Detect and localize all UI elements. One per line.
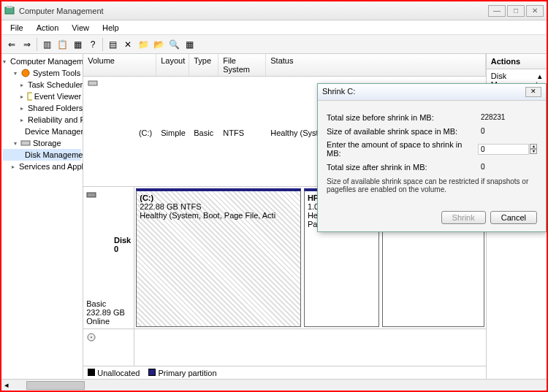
toolbar-divider: [102, 38, 103, 51]
spin-down-button[interactable]: ▾: [530, 149, 537, 154]
tree-root[interactable]: Computer Management (Local: [10, 57, 83, 66]
view-button[interactable]: 🔍: [167, 37, 181, 52]
help-button[interactable]: ?: [85, 37, 100, 52]
show-hide-button[interactable]: ▦: [70, 37, 85, 52]
dialog-title: Shrink C:: [322, 87, 355, 97]
svg-rect-16: [88, 81, 97, 85]
up-button[interactable]: ▥: [39, 37, 54, 52]
svg-rect-19: [87, 193, 96, 197]
shrink-dialog: Shrink C: ✕ Total size before shrink in …: [317, 83, 547, 232]
back-button[interactable]: ⇐: [4, 37, 19, 52]
legend: Unallocated Primary partition: [83, 366, 486, 379]
available-value: 0: [479, 126, 537, 136]
properties-button[interactable]: 📋: [55, 37, 69, 52]
drive-icon: [88, 78, 137, 188]
tree-services[interactable]: Services and Applications: [19, 162, 83, 171]
spin-up-button[interactable]: ▴: [530, 144, 537, 149]
shrink-amount-input[interactable]: [478, 144, 529, 155]
close-button[interactable]: ✕: [526, 5, 544, 17]
tree-event-viewer[interactable]: Event Viewer: [34, 92, 82, 101]
settings-button[interactable]: ▤: [105, 37, 120, 52]
disk-icon: [86, 190, 112, 299]
forward-button[interactable]: ⇒: [20, 37, 34, 52]
svg-point-3: [22, 69, 29, 77]
tree-system-tools[interactable]: System Tools: [33, 69, 80, 77]
toolbar: ⇐ ⇒ ▥ 📋 ▦ ? ▤ ✕ 📁 📂 🔍 ▦: [1, 35, 547, 54]
tree-storage[interactable]: Storage: [33, 139, 61, 147]
actions-header: Actions: [487, 54, 547, 69]
event-icon: [26, 91, 32, 101]
refresh-button[interactable]: 📁: [136, 37, 151, 52]
total-after-label: Total size after shrink in MB:: [327, 163, 479, 172]
svg-rect-1: [7, 6, 12, 8]
svg-point-21: [91, 337, 92, 338]
tree-shared-folders[interactable]: Shared Folders: [28, 104, 83, 112]
tree-reliability[interactable]: Reliability and Performa: [28, 115, 83, 124]
minimize-button[interactable]: —: [488, 5, 506, 17]
cancel-button[interactable]: Cancel: [490, 211, 537, 224]
total-after-value: 0: [479, 162, 537, 172]
storage-icon: [20, 138, 31, 148]
primary-swatch: [148, 369, 156, 376]
svg-rect-5: [28, 93, 32, 100]
total-before-label: Total size before shrink in MB:: [327, 113, 479, 122]
toolbar-divider: [37, 38, 37, 51]
svg-rect-11: [21, 141, 30, 145]
col-status[interactable]: Status: [266, 54, 486, 76]
menu-file[interactable]: File: [4, 22, 29, 34]
tree-device-manager[interactable]: Device Manager: [25, 127, 83, 136]
col-type[interactable]: Type: [189, 54, 218, 76]
partition-c[interactable]: (C:) 222.88 GB NTFS Healthy (System, Boo…: [136, 188, 301, 327]
total-before-value: 228231: [479, 112, 537, 122]
menu-action[interactable]: Action: [31, 22, 65, 34]
nav-tree[interactable]: ▾Computer Management (Local ▾System Tool…: [1, 54, 83, 379]
shrink-button[interactable]: Shrink: [441, 211, 486, 224]
col-filesystem[interactable]: File System: [218, 54, 266, 76]
maximize-button[interactable]: □: [507, 5, 525, 17]
tools-icon: [20, 68, 31, 78]
menu-help[interactable]: Help: [96, 22, 125, 34]
tree-disk-management[interactable]: Disk Management: [25, 150, 83, 159]
dialog-close-button[interactable]: ✕: [525, 87, 541, 97]
action-button[interactable]: 📂: [151, 37, 166, 52]
dialog-note: Size of available shrink space can be re…: [327, 177, 537, 193]
cdrom-icon: [86, 332, 110, 366]
window-title: Computer Management: [19, 7, 488, 15]
volume-list-header: Volume Layout Type File System Status: [83, 54, 486, 77]
col-volume[interactable]: Volume: [83, 54, 156, 76]
extra-button[interactable]: ▦: [182, 37, 197, 52]
available-label: Size of available shrink space in MB:: [327, 127, 479, 136]
menu-bar: File Action View Help: [1, 20, 547, 35]
cdrom-row[interactable]: CD-ROM 0 DVD (E:) No Media: [83, 329, 486, 366]
svg-rect-0: [5, 7, 14, 14]
title-bar: Computer Management — □ ✕: [1, 1, 547, 20]
col-layout[interactable]: Layout: [156, 54, 189, 76]
tree-task-scheduler[interactable]: Task Scheduler: [28, 80, 83, 89]
delete-button[interactable]: ✕: [121, 37, 135, 52]
enter-amount-label: Enter the amount of space to shrink in M…: [327, 140, 478, 158]
app-icon: [4, 5, 16, 17]
menu-view[interactable]: View: [66, 22, 95, 34]
unallocated-swatch: [88, 369, 95, 376]
